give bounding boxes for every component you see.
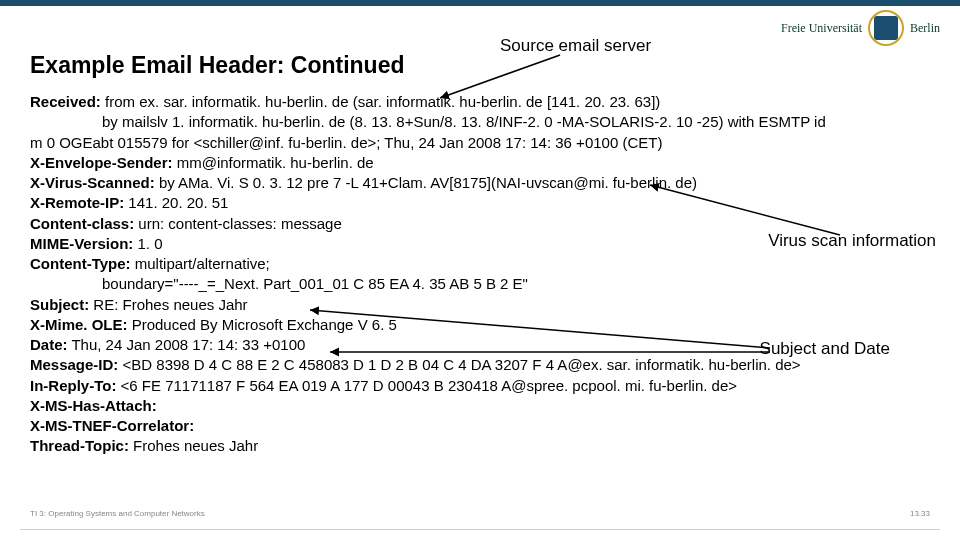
email-header-block: Received: from ex. sar. informatik. hu-b… <box>30 92 944 457</box>
header-label: Thread-Topic: <box>30 437 129 454</box>
header-value: <6 FE 71171187 F 564 EA 019 A 177 D 0004… <box>116 377 737 394</box>
logo-text-2: Berlin <box>910 21 940 36</box>
header-value: Frohes neues Jahr <box>129 437 258 454</box>
annotation-source-server: Source email server <box>500 36 651 56</box>
header-line: Date: Thu, 24 Jan 2008 17: 14: 33 +0100 <box>30 335 944 355</box>
footer-course-name: TI 3: Operating Systems and Computer Net… <box>30 509 205 518</box>
header-line: X-Virus-Scanned: by AMa. Vi. S 0. 3. 12 … <box>30 173 944 193</box>
header-line: Message-ID: <BD 8398 D 4 C 88 E 2 C 4580… <box>30 355 944 375</box>
header-line: MIME-Version: 1. 0 <box>30 234 944 254</box>
header-value: mm@informatik. hu-berlin. de <box>173 154 374 171</box>
header-value: by AMa. Vi. S 0. 3. 12 pre 7 -L 41+Clam.… <box>155 174 697 191</box>
slide: Freie Universität Berlin Example Email H… <box>0 0 960 540</box>
header-value: RE: Frohes neues Jahr <box>89 296 247 313</box>
header-label: MIME-Version: <box>30 235 133 252</box>
header-value: boundary="----_=_Next. Part_001_01 C 85 … <box>102 275 528 292</box>
header-label: Message-ID: <box>30 356 118 373</box>
header-line: X-Envelope-Sender: mm@informatik. hu-ber… <box>30 153 944 173</box>
footer: TI 3: Operating Systems and Computer Net… <box>0 506 960 530</box>
header-line: In-Reply-To: <6 FE 71171187 F 564 EA 019… <box>30 376 944 396</box>
slide-title: Example Email Header: Continued <box>30 52 404 79</box>
header-label: Content-class: <box>30 215 134 232</box>
header-line: by mailslv 1. informatik. hu-berlin. de … <box>30 112 944 132</box>
header-line: Content-Type: multipart/alternative; <box>30 254 944 274</box>
header-label: X-Remote-IP: <box>30 194 124 211</box>
header-label: X-MS-TNEF-Correlator: <box>30 417 194 434</box>
header-label: Date: <box>30 336 68 353</box>
header-line: Received: from ex. sar. informatik. hu-b… <box>30 92 944 112</box>
header-line: X-Remote-IP: 141. 20. 20. 51 <box>30 193 944 213</box>
header-value: 1. 0 <box>133 235 162 252</box>
seal-icon <box>868 10 904 46</box>
header-line: m 0 OGEabt 015579 for <schiller@inf. fu-… <box>30 133 944 153</box>
header-value: <BD 8398 D 4 C 88 E 2 C 458083 D 1 D 2 B… <box>118 356 800 373</box>
header-value: urn: content-classes: message <box>134 215 342 232</box>
header-line: Subject: RE: Frohes neues Jahr <box>30 295 944 315</box>
footer-divider <box>20 529 940 530</box>
footer-page-number: 13.33 <box>910 509 930 518</box>
header-line: X-MS-TNEF-Correlator: <box>30 416 944 436</box>
header-label: Content-Type: <box>30 255 131 272</box>
header-value: by mailslv 1. informatik. hu-berlin. de … <box>102 113 826 130</box>
header-line: Content-class: urn: content-classes: mes… <box>30 214 944 234</box>
header-line: Thread-Topic: Frohes neues Jahr <box>30 436 944 456</box>
university-logo: Freie Universität Berlin <box>781 10 940 46</box>
header-value: 141. 20. 20. 51 <box>124 194 228 211</box>
header-value: from ex. sar. informatik. hu-berlin. de … <box>101 93 660 110</box>
top-accent-bar <box>0 0 960 6</box>
header-value: multipart/alternative; <box>131 255 270 272</box>
header-value: m 0 OGEabt 015579 for <schiller@inf. fu-… <box>30 134 662 151</box>
header-value: Thu, 24 Jan 2008 17: 14: 33 +0100 <box>68 336 306 353</box>
header-label: X-Virus-Scanned: <box>30 174 155 191</box>
header-line: X-MS-Has-Attach: <box>30 396 944 416</box>
header-label: Subject: <box>30 296 89 313</box>
header-line: boundary="----_=_Next. Part_001_01 C 85 … <box>30 274 944 294</box>
header-label: X-Mime. OLE: <box>30 316 128 333</box>
header-line: X-Mime. OLE: Produced By Microsoft Excha… <box>30 315 944 335</box>
header-label: X-MS-Has-Attach: <box>30 397 157 414</box>
header-label: X-Envelope-Sender: <box>30 154 173 171</box>
header-label: In-Reply-To: <box>30 377 116 394</box>
header-label: Received: <box>30 93 101 110</box>
logo-text-1: Freie Universität <box>781 21 862 36</box>
header-value: Produced By Microsoft Exchange V 6. 5 <box>128 316 397 333</box>
